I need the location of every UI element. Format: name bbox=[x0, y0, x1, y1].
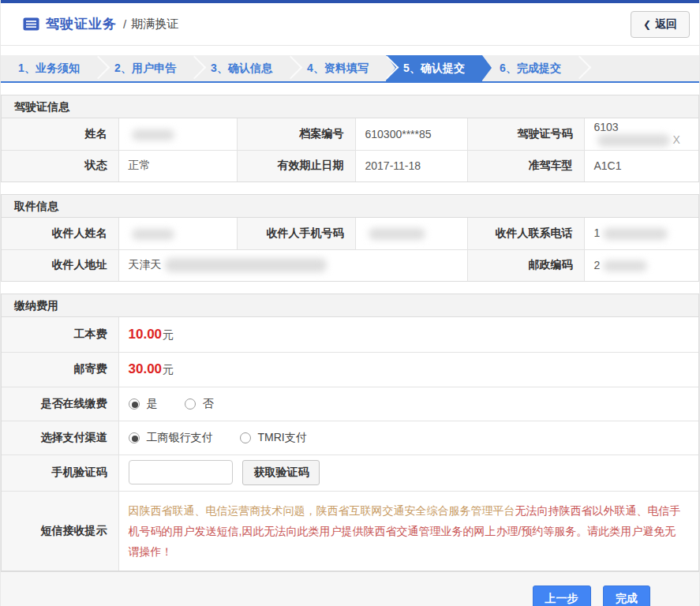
pay-channel-options: 工商银行支付 TMRI支付 bbox=[118, 421, 698, 454]
table-row: 选择支付渠道 工商银行支付 TMRI支付 bbox=[2, 421, 698, 454]
online-pay-options: 是 否 bbox=[118, 387, 698, 421]
steps-bar: 1、业务须知 2、用户申告 3、确认信息 4、资料填写 5、确认提交 6、完成提… bbox=[1, 55, 699, 83]
postal-code-label: 邮政编码 bbox=[467, 249, 584, 281]
step-tab-label: 5、确认提交 bbox=[403, 62, 465, 76]
address-prefix: 天津天 bbox=[129, 258, 162, 271]
radio-option-icbc[interactable]: 工商银行支付 bbox=[129, 431, 213, 445]
pay-channel-label: 选择支付渠道 bbox=[2, 421, 118, 454]
expiry-value: 2017-11-18 bbox=[355, 150, 467, 181]
step-separator-chevron bbox=[568, 55, 592, 79]
recipient-address-value: 天津天 bbox=[118, 249, 467, 281]
back-chevron-icon: ❮ bbox=[643, 19, 651, 30]
radio-label: 否 bbox=[203, 397, 214, 411]
recipient-mobile-value bbox=[355, 218, 467, 249]
step-tab-label: 2、用户申告 bbox=[114, 62, 176, 76]
sms-code-cell: 获取验证码 bbox=[118, 454, 698, 491]
step-tab-label: 3、确认信息 bbox=[211, 62, 272, 76]
section-title: 缴纳费用 bbox=[2, 294, 698, 317]
postal-code-value: 2 bbox=[584, 249, 698, 281]
license-no-label: 驾驶证号码 bbox=[467, 118, 584, 150]
pickup-info-table: 收件人姓名 收件人手机号码 收件人联系电话 1 收件人地址 天津天 邮政编码 2 bbox=[2, 218, 698, 281]
recipient-phone-label: 收件人联系电话 bbox=[467, 218, 584, 249]
breadcrumb: 驾驶证业务 / 期满换证 bbox=[23, 15, 178, 33]
work-fee-value: 10.00元 bbox=[118, 317, 698, 352]
back-button[interactable]: ❮ 返回 bbox=[631, 11, 690, 38]
sms-tip-text: 因陕西省联通、电信运营商技术问题，陕西省互联网交通安全综合服务管理平台无法向持陕… bbox=[129, 500, 683, 562]
form-list-icon bbox=[23, 17, 39, 31]
page-title: 驾驶证业务 bbox=[46, 15, 117, 33]
expiry-label: 有效期止日期 bbox=[237, 150, 355, 181]
section-fees: 缴纳费用 工本费 10.00元 邮寄费 30.00元 是否在线缴费 是 否 bbox=[1, 294, 699, 571]
table-row: 收件人地址 天津天 邮政编码 2 bbox=[2, 249, 698, 281]
work-fee-label: 工本费 bbox=[2, 317, 118, 352]
recipient-name-label: 收件人姓名 bbox=[2, 218, 118, 249]
radio-option-yes[interactable]: 是 bbox=[129, 397, 158, 411]
table-row: 收件人姓名 收件人手机号码 收件人联系电话 1 bbox=[2, 218, 698, 249]
name-label: 姓名 bbox=[2, 118, 118, 150]
vehicle-class-label: 准驾车型 bbox=[467, 150, 584, 181]
redacted-value bbox=[597, 134, 670, 147]
section-pickup-info: 取件信息 收件人姓名 收件人手机号码 收件人联系电话 1 收件人地址 天津天 邮… bbox=[1, 194, 699, 282]
step-tab-5-active[interactable]: 5、确认提交 bbox=[386, 55, 482, 81]
get-code-button[interactable]: 获取验证码 bbox=[242, 460, 320, 485]
work-fee-amount: 10.00 bbox=[129, 327, 163, 342]
post-fee-label: 邮寄费 bbox=[2, 352, 118, 387]
sms-code-label: 手机验证码 bbox=[2, 454, 118, 491]
recipient-address-label: 收件人地址 bbox=[2, 249, 118, 281]
file-no-value: 610300****85 bbox=[355, 118, 467, 150]
radio-button-checked[interactable] bbox=[129, 398, 140, 410]
post-fee-value: 30.00元 bbox=[118, 352, 698, 387]
radio-label: 工商银行支付 bbox=[147, 431, 213, 445]
recipient-name-value bbox=[118, 218, 237, 249]
step-tab-1[interactable]: 1、业务须知 bbox=[1, 55, 97, 81]
postal-prefix: 2 bbox=[594, 259, 601, 271]
redacted-value bbox=[165, 258, 327, 272]
name-value bbox=[118, 118, 237, 150]
page: 驾驶证业务 / 期满换证 ❮ 返回 1、业务须知 2、用户申告 3、确认信息 4… bbox=[0, 0, 700, 606]
radio-option-tmri[interactable]: TMRI支付 bbox=[240, 431, 307, 445]
recipient-phone-value: 1 bbox=[584, 218, 698, 249]
sms-tip-cell: 因陕西省联通、电信运营商技术问题，陕西省互联网交通安全综合服务管理平台无法向持陕… bbox=[118, 491, 698, 570]
radio-label: 是 bbox=[147, 397, 158, 411]
breadcrumb-divider: / bbox=[123, 17, 126, 31]
table-row: 姓名 档案编号 610300****85 驾驶证号码 6103X bbox=[2, 118, 698, 150]
footer-action-bar: 上一步 完成 bbox=[1, 571, 699, 606]
step-tab-label: 1、业务须知 bbox=[18, 62, 80, 76]
status-label: 状态 bbox=[2, 150, 118, 181]
sms-tip-label: 短信接收提示 bbox=[2, 491, 118, 570]
finish-button[interactable]: 完成 bbox=[603, 585, 650, 606]
status-value: 正常 bbox=[118, 150, 237, 181]
license-no-suffix: X bbox=[673, 133, 680, 146]
recipient-mobile-label: 收件人手机号码 bbox=[237, 218, 355, 249]
section-title: 取件信息 bbox=[2, 195, 698, 218]
post-fee-amount: 30.00 bbox=[129, 361, 163, 376]
table-row: 工本费 10.00元 bbox=[2, 317, 698, 352]
section-title: 驾驶证信息 bbox=[2, 95, 698, 118]
step-tab-4[interactable]: 4、资料填写 bbox=[290, 55, 386, 81]
redacted-value bbox=[603, 260, 647, 271]
radio-button[interactable] bbox=[185, 398, 196, 410]
vehicle-class-value: A1C1 bbox=[584, 150, 698, 181]
breadcrumb-current: 期满换证 bbox=[131, 17, 178, 32]
step-tab-6[interactable]: 6、完成提交 bbox=[482, 55, 578, 81]
section-license-info: 驾驶证信息 姓名 档案编号 610300****85 驾驶证号码 6103X 状… bbox=[1, 95, 699, 182]
step-tab-3[interactable]: 3、确认信息 bbox=[193, 55, 290, 81]
sms-code-input[interactable] bbox=[129, 460, 233, 484]
step-tab-label: 6、完成提交 bbox=[500, 62, 561, 76]
step-tab-label: 4、资料填写 bbox=[307, 62, 369, 76]
redacted-value bbox=[132, 129, 174, 140]
previous-step-button[interactable]: 上一步 bbox=[533, 585, 591, 606]
file-no-label: 档案编号 bbox=[237, 118, 355, 150]
redacted-value bbox=[603, 228, 668, 240]
radio-button[interactable] bbox=[240, 432, 251, 443]
fees-table: 工本费 10.00元 邮寄费 30.00元 是否在线缴费 是 否 选择支付渠道 bbox=[2, 317, 698, 570]
redacted-value bbox=[369, 228, 425, 240]
table-row: 邮寄费 30.00元 bbox=[2, 352, 698, 387]
redacted-value bbox=[132, 229, 174, 240]
table-row: 状态 正常 有效期止日期 2017-11-18 准驾车型 A1C1 bbox=[2, 150, 698, 181]
radio-button-checked[interactable] bbox=[129, 432, 140, 443]
phone-prefix: 1 bbox=[594, 226, 601, 239]
sms-tip-part1: 因陕西省联通、电信运营商技术问题，陕西省互联网交通安全综合服务管理平台 bbox=[129, 504, 515, 517]
step-tab-2[interactable]: 2、用户申告 bbox=[97, 55, 193, 81]
radio-option-no[interactable]: 否 bbox=[185, 397, 214, 411]
